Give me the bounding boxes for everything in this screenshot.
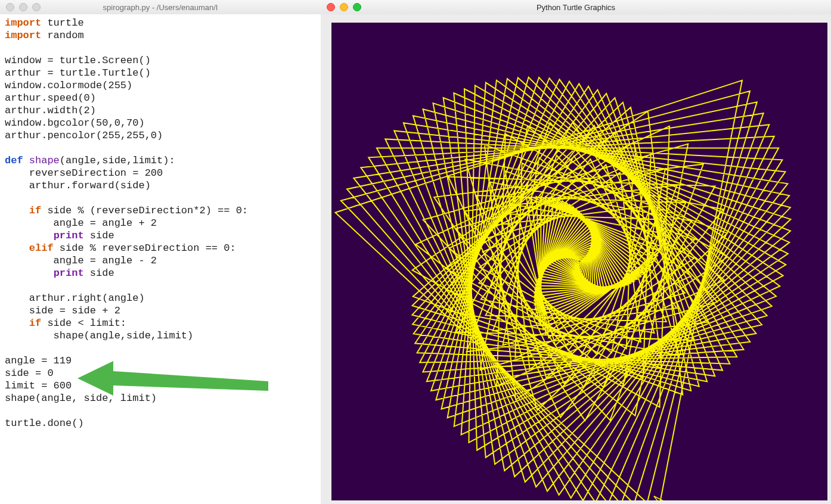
keyword-elif: elif: [29, 242, 54, 254]
code-line: side < limit:: [41, 318, 126, 329]
code-line: side = 0: [5, 368, 54, 379]
code-line: side % (reverseDirection*2) == 0:: [41, 205, 248, 216]
code-content[interactable]: import turtle import random window = tur…: [5, 17, 318, 504]
code-line: window.bgcolor(50,0,70): [5, 117, 145, 129]
code-line: angle = 119: [5, 355, 72, 366]
graphics-traffic-lights: [327, 3, 361, 11]
keyword-if: if: [29, 205, 41, 216]
editor-title: spirograph.py - /Users/enauman/I: [0, 3, 321, 12]
minimize-icon[interactable]: [340, 3, 348, 11]
graphics-titlebar[interactable]: Python Turtle Graphics: [321, 0, 831, 15]
keyword-import: import: [5, 30, 41, 41]
code-line: side % reverseDirection == 0:: [54, 242, 236, 254]
editor-traffic-lights: [6, 3, 41, 11]
svg-marker-0: [654, 496, 665, 500]
maximize-icon[interactable]: [32, 3, 41, 11]
code-line: window = turtle.Screen(): [5, 55, 151, 66]
code-line: reverseDirection = 200: [5, 167, 163, 179]
code-line: arthur.forward(side): [5, 180, 151, 191]
code-line: shape(angle, side, limit): [5, 393, 157, 404]
maximize-icon[interactable]: [353, 3, 361, 11]
code-line: side: [84, 267, 114, 279]
code-line: side: [84, 230, 114, 241]
code-line: arthur = turtle.Turtle(): [5, 67, 151, 79]
function-name: shape: [29, 155, 60, 166]
graphics-title: Python Turtle Graphics: [321, 3, 831, 12]
code-line: turtle.done(): [5, 418, 84, 429]
keyword-print: print: [54, 230, 84, 241]
keyword-import: import: [5, 17, 41, 29]
turtle-canvas[interactable]: [331, 23, 827, 500]
keyword-def: def: [5, 155, 23, 166]
keyword-print: print: [54, 267, 84, 279]
code-line: shape(angle,side,limit): [5, 330, 193, 341]
editor-pane[interactable]: import turtle import random window = tur…: [0, 14, 321, 504]
close-icon[interactable]: [327, 3, 335, 11]
code-line: angle = angle + 2: [5, 217, 157, 229]
editor-titlebar[interactable]: spirograph.py - /Users/enauman/I: [0, 0, 321, 15]
screenshot-stage: spirograph.py - /Users/enauman/I Python …: [0, 0, 831, 504]
minimize-icon[interactable]: [19, 3, 27, 11]
module-name: turtle: [41, 17, 83, 29]
code-line: angle = angle - 2: [5, 255, 157, 266]
close-icon[interactable]: [6, 3, 14, 11]
code-line: arthur.right(angle): [5, 293, 145, 304]
code-line: limit = 600: [5, 380, 72, 391]
code-line: window.colormode(255): [5, 80, 132, 91]
code-line: arthur.width(2): [5, 105, 96, 116]
code-line: arthur.speed(0): [5, 92, 96, 104]
spirograph-drawing: [331, 23, 827, 500]
module-name: random: [41, 30, 83, 41]
code-line: side = side + 2: [5, 305, 120, 316]
graphics-pane[interactable]: [321, 14, 831, 504]
code-line: arthur.pencolor(255,255,0): [5, 130, 163, 141]
function-params: (angle,side,limit):: [60, 155, 175, 166]
keyword-if: if: [29, 318, 41, 329]
